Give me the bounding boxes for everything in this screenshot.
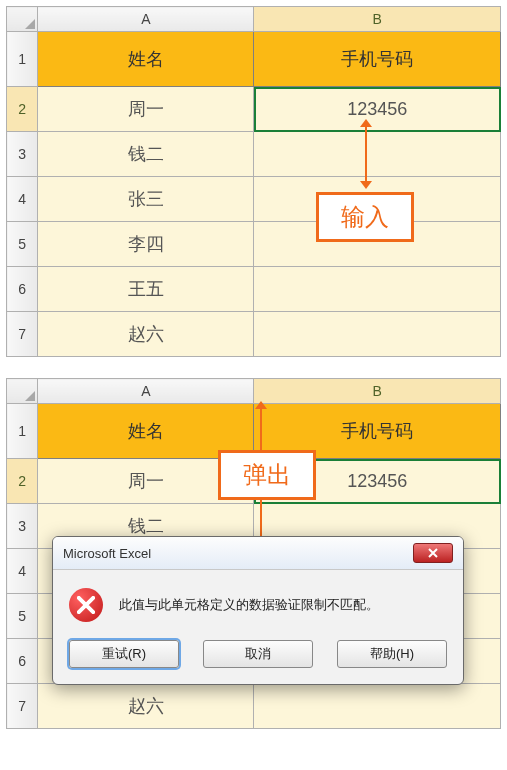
callout-input: 输入 — [316, 192, 414, 242]
grid-1: A B 1 姓名 手机号码 2 周一 123456 3 钱二 4 张三 5 李四 — [6, 6, 501, 357]
row-header-2[interactable]: 2 — [7, 87, 38, 132]
dialog-titlebar[interactable]: Microsoft Excel — [53, 537, 463, 570]
row-header-6b[interactable]: 6 — [7, 639, 38, 684]
col-header-B[interactable]: B — [254, 7, 501, 32]
cell-B2[interactable]: 123456 — [254, 87, 501, 132]
row-header-5[interactable]: 5 — [7, 222, 38, 267]
row-header-3[interactable]: 3 — [7, 132, 38, 177]
cell-A2[interactable]: 周一 — [38, 87, 254, 132]
cell-B6[interactable] — [254, 267, 501, 312]
row-header-1b[interactable]: 1 — [7, 404, 38, 459]
select-all-corner-2[interactable] — [7, 379, 38, 404]
validation-error-dialog: Microsoft Excel 此值与此单元格定义的数据验证限制不匹配。 重试(… — [52, 536, 464, 685]
cell-A6[interactable]: 王五 — [38, 267, 254, 312]
cancel-button[interactable]: 取消 — [203, 640, 313, 668]
row-header-7b[interactable]: 7 — [7, 684, 38, 729]
row-header-4[interactable]: 4 — [7, 177, 38, 222]
row-header-4b[interactable]: 4 — [7, 549, 38, 594]
error-icon — [69, 588, 103, 622]
col-header-B-2[interactable]: B — [254, 379, 501, 404]
row-header-7[interactable]: 7 — [7, 312, 38, 357]
row-header-3b[interactable]: 3 — [7, 504, 38, 549]
row-header-1[interactable]: 1 — [7, 32, 38, 87]
row-header-2b[interactable]: 2 — [7, 459, 38, 504]
dialog-title-text: Microsoft Excel — [63, 546, 151, 561]
retry-button[interactable]: 重试(R) — [69, 640, 179, 668]
col-header-A-2[interactable]: A — [38, 379, 254, 404]
spreadsheet-bottom: A B 1 姓名 手机号码 2 周一 123456 3 钱二 4 5 — [0, 372, 507, 770]
help-button[interactable]: 帮助(H) — [337, 640, 447, 668]
dialog-message: 此值与此单元格定义的数据验证限制不匹配。 — [119, 596, 379, 614]
row-header-6[interactable]: 6 — [7, 267, 38, 312]
cell-A4[interactable]: 张三 — [38, 177, 254, 222]
arrow-input — [365, 126, 367, 182]
cell-A3[interactable]: 钱二 — [38, 132, 254, 177]
cell-A7[interactable]: 赵六 — [38, 312, 254, 357]
col-header-A[interactable]: A — [38, 7, 254, 32]
cell-A1[interactable]: 姓名 — [38, 32, 254, 87]
cell-A7b[interactable]: 赵六 — [38, 684, 254, 729]
close-icon[interactable] — [413, 543, 453, 563]
callout-popup: 弹出 — [218, 450, 316, 500]
row-header-5b[interactable]: 5 — [7, 594, 38, 639]
spreadsheet-top: A B 1 姓名 手机号码 2 周一 123456 3 钱二 4 张三 5 李四 — [0, 0, 507, 372]
cell-B3[interactable] — [254, 132, 501, 177]
cell-B7[interactable] — [254, 312, 501, 357]
select-all-corner[interactable] — [7, 7, 38, 32]
cell-B1[interactable]: 手机号码 — [254, 32, 501, 87]
cell-B7b[interactable] — [254, 684, 501, 729]
cell-A5[interactable]: 李四 — [38, 222, 254, 267]
